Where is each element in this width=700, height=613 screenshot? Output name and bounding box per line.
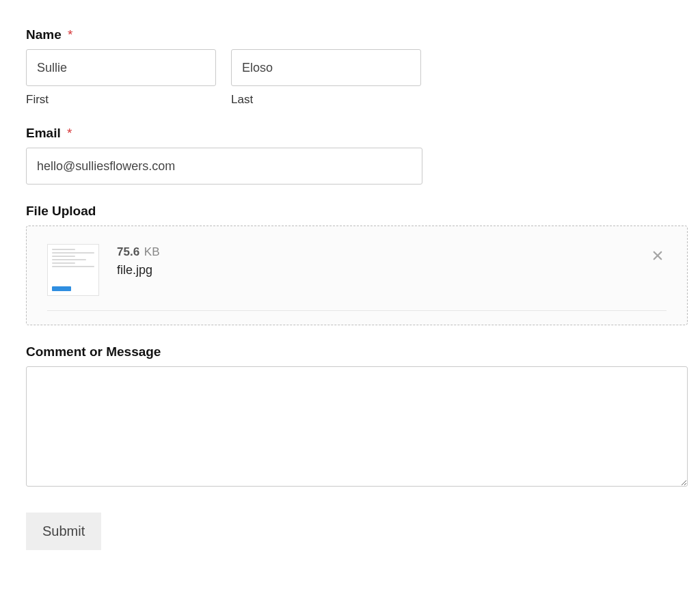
first-name-col: First (26, 49, 216, 107)
file-size-unit: KB (144, 245, 160, 258)
email-input[interactable] (26, 148, 422, 185)
close-icon (651, 249, 664, 262)
first-name-input[interactable] (26, 49, 216, 86)
submit-button[interactable]: Submit (26, 513, 101, 550)
file-upload-dropzone[interactable]: 75.6 KB file.jpg (26, 226, 688, 325)
required-marker: * (67, 126, 72, 140)
required-marker: * (68, 27, 72, 42)
name-field: Name * First Last (26, 27, 674, 107)
file-upload-label: File Upload (26, 204, 674, 219)
comment-label: Comment or Message (26, 344, 674, 359)
last-name-col: Last (231, 49, 421, 107)
last-name-sublabel: Last (231, 93, 421, 107)
file-thumbnail (47, 244, 99, 296)
comment-textarea[interactable] (26, 366, 688, 487)
email-field: Email * (26, 126, 674, 185)
file-size: 75.6 KB (117, 245, 160, 259)
file-upload-field: File Upload 75.6 KB file.jpg (26, 204, 674, 325)
remove-file-button[interactable] (647, 245, 668, 266)
name-label: Name * (26, 27, 674, 42)
email-label: Email * (26, 126, 674, 141)
name-row: First Last (26, 49, 674, 107)
file-size-number: 75.6 (117, 245, 139, 258)
first-name-sublabel: First (26, 93, 216, 107)
file-name: file.jpg (117, 263, 160, 277)
file-meta: 75.6 KB file.jpg (117, 244, 160, 277)
comment-field: Comment or Message (26, 344, 674, 489)
last-name-input[interactable] (231, 49, 421, 86)
email-label-text: Email (26, 126, 61, 140)
name-label-text: Name (26, 27, 62, 42)
uploaded-file-row: 75.6 KB file.jpg (47, 244, 667, 311)
